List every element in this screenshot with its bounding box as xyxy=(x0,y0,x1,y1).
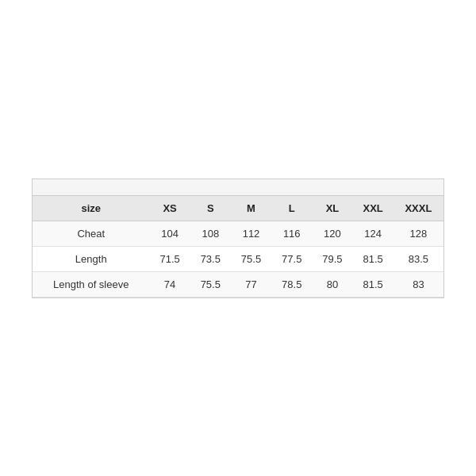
cell-2-6: 83 xyxy=(393,271,443,297)
header-cell-xs: XS xyxy=(149,196,190,221)
cell-0-0: 104 xyxy=(149,221,190,246)
header-cell-xxl: XXL xyxy=(353,196,393,221)
table-row: Length of sleeve7475.57778.58081.583 xyxy=(33,271,443,297)
cell-2-2: 77 xyxy=(231,271,271,297)
table-row: Cheat104108112116120124128 xyxy=(33,221,443,246)
cell-1-2: 75.5 xyxy=(231,246,271,271)
cell-0-6: 128 xyxy=(393,221,443,246)
header-cell-m: M xyxy=(231,196,271,221)
row-label-1: Length xyxy=(33,246,149,271)
row-label-0: Cheat xyxy=(33,221,149,246)
cell-2-5: 81.5 xyxy=(353,271,393,297)
chart-title-row xyxy=(33,179,443,196)
cell-0-2: 112 xyxy=(231,221,271,246)
cell-0-5: 124 xyxy=(353,221,393,246)
cell-1-4: 79.5 xyxy=(312,246,352,271)
header-row: sizeXSSMLXLXXLXXXL xyxy=(33,196,443,221)
table-body: Cheat104108112116120124128Length71.573.5… xyxy=(33,221,443,297)
size-chart: sizeXSSMLXLXXLXXXL Cheat1041081121161201… xyxy=(32,178,444,298)
cell-2-0: 74 xyxy=(149,271,190,297)
cell-0-3: 116 xyxy=(271,221,312,246)
cell-1-6: 83.5 xyxy=(393,246,443,271)
cell-2-4: 80 xyxy=(312,271,352,297)
cell-0-1: 108 xyxy=(190,221,231,246)
cell-0-4: 120 xyxy=(312,221,352,246)
cell-2-1: 75.5 xyxy=(190,271,231,297)
table-row: Length71.573.575.577.579.581.583.5 xyxy=(33,246,443,271)
header-cell-l: L xyxy=(271,196,312,221)
row-label-2: Length of sleeve xyxy=(33,271,149,297)
header-cell-xxxl: XXXL xyxy=(393,196,443,221)
cell-1-0: 71.5 xyxy=(149,246,190,271)
table-header: sizeXSSMLXLXXLXXXL xyxy=(33,196,443,221)
size-table: sizeXSSMLXLXXLXXXL Cheat1041081121161201… xyxy=(33,196,443,298)
header-cell-s: S xyxy=(190,196,231,221)
header-cell-xl: XL xyxy=(312,196,352,221)
header-cell-size: size xyxy=(33,196,149,221)
cell-2-3: 78.5 xyxy=(271,271,312,297)
cell-1-3: 77.5 xyxy=(271,246,312,271)
cell-1-5: 81.5 xyxy=(353,246,393,271)
cell-1-1: 73.5 xyxy=(190,246,231,271)
